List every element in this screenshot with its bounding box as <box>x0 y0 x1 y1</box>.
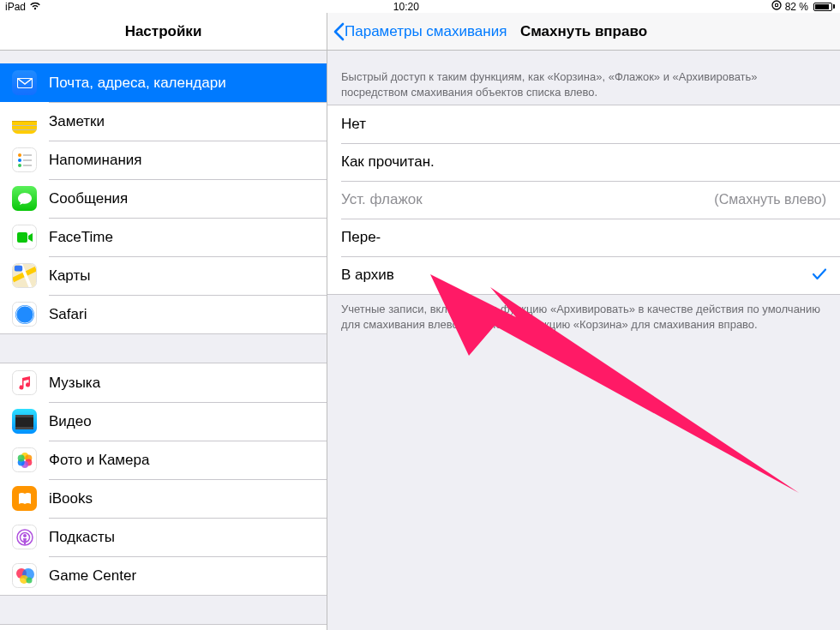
gamecenter-icon <box>12 563 37 588</box>
sidebar-item-label: Подкасты <box>49 529 115 546</box>
status-bar: iPad 10:20 82 % <box>0 0 840 13</box>
option-archive[interactable]: В архив <box>327 256 840 294</box>
sidebar-item-safari[interactable]: Safari <box>0 295 327 333</box>
reminders-icon <box>12 147 37 172</box>
sidebar-item-mail[interactable]: Почта, адреса, календари <box>0 63 327 102</box>
sidebar-group-3: Twitter <box>0 625 327 630</box>
option-label: Пере- <box>341 229 826 246</box>
checkmark-icon <box>813 267 826 285</box>
sidebar-item-label: Напоминания <box>49 152 142 169</box>
svg-rect-16 <box>15 417 33 428</box>
orientation-lock-icon <box>771 0 782 13</box>
option-label: Уст. флажок <box>341 191 714 208</box>
section-footer-note: Учетные записи, включающие функцию «Архи… <box>327 295 840 337</box>
podcasts-icon <box>12 525 37 549</box>
swipe-right-options: Нет Как прочитан. Уст. флажок (Смахнуть … <box>327 105 840 295</box>
sidebar-item-video[interactable]: Видео <box>0 402 327 441</box>
sidebar-item-maps[interactable]: Карты <box>0 256 327 295</box>
battery-percent: 82 % <box>785 1 808 13</box>
ibooks-icon <box>12 486 37 511</box>
sidebar-title: Настройки <box>0 13 327 51</box>
sidebar-item-gamecenter[interactable]: Game Center <box>0 556 327 595</box>
sidebar-item-label: Safari <box>49 306 87 323</box>
option-none[interactable]: Нет <box>327 105 840 143</box>
option-flag: Уст. флажок (Смахнуть влево) <box>327 181 840 219</box>
svg-point-24 <box>17 454 24 461</box>
sidebar-item-label: Карты <box>49 267 90 285</box>
detail-pane: Параметры смахивания Смахнуть вправо Быс… <box>327 13 840 630</box>
sidebar-item-podcasts[interactable]: Подкасты <box>0 518 327 556</box>
sidebar-item-label: Фото и Камера <box>49 452 149 469</box>
svg-point-6 <box>18 159 21 162</box>
svg-point-14 <box>15 305 34 324</box>
safari-icon <box>12 302 37 327</box>
svg-rect-11 <box>17 232 27 243</box>
sidebar-item-facetime[interactable]: FaceTime <box>0 218 327 256</box>
option-label: В архив <box>341 267 813 284</box>
svg-point-7 <box>18 164 21 167</box>
svg-rect-8 <box>23 154 32 156</box>
sidebar-item-twitter[interactable]: Twitter <box>0 625 327 630</box>
sidebar-item-messages[interactable]: Сообщения <box>0 179 327 218</box>
option-move[interactable]: Пере- <box>327 219 840 256</box>
settings-sidebar: Настройки Почта, адреса, календари Замет… <box>0 13 327 630</box>
detail-header: Параметры смахивания Смахнуть вправо <box>327 13 840 51</box>
sidebar-item-ibooks[interactable]: iBooks <box>0 479 327 518</box>
sidebar-group-separator <box>0 333 327 363</box>
svg-rect-3 <box>12 125 37 126</box>
sidebar-item-label: Музыка <box>49 375 100 392</box>
sidebar-item-label: Заметки <box>49 113 105 130</box>
option-hint: (Смахнуть влево) <box>714 192 826 207</box>
svg-point-27 <box>23 534 27 537</box>
svg-rect-2 <box>12 121 37 122</box>
facetime-icon <box>12 225 37 249</box>
wifi-icon <box>29 1 41 13</box>
svg-point-5 <box>18 153 21 157</box>
music-icon <box>12 370 37 395</box>
sidebar-item-label: iBooks <box>49 490 93 507</box>
option-label: Нет <box>341 116 826 133</box>
messages-icon <box>12 186 37 211</box>
back-button[interactable]: Параметры смахивания <box>327 22 507 41</box>
svg-point-0 <box>772 1 781 9</box>
svg-point-31 <box>26 577 32 583</box>
maps-icon <box>12 263 37 288</box>
device-label: iPad <box>5 1 26 13</box>
svg-rect-13 <box>15 266 22 272</box>
sidebar-item-label: Почта, адреса, календари <box>49 75 226 92</box>
sidebar-item-label: Сообщения <box>49 190 128 207</box>
chevron-left-icon <box>333 22 345 41</box>
back-label: Параметры смахивания <box>345 23 507 40</box>
sidebar-item-notes[interactable]: Заметки <box>0 102 327 141</box>
video-icon <box>12 409 37 434</box>
sidebar-item-photos[interactable]: Фото и Камера <box>0 441 327 479</box>
sidebar-group-separator <box>0 595 327 625</box>
notes-icon <box>12 109 37 134</box>
sidebar-item-label: Видео <box>49 413 92 430</box>
svg-rect-17 <box>15 415 33 417</box>
sidebar-item-reminders[interactable]: Напоминания <box>0 141 327 179</box>
app-root: iPad 10:20 82 % Настройки <box>0 0 840 630</box>
sidebar-item-music[interactable]: Музыка <box>0 363 327 402</box>
sidebar-group-1: Почта, адреса, календари Заметки Напомин… <box>0 63 327 333</box>
sidebar-group-2: Музыка Видео Фото и Камера <box>0 363 327 595</box>
mail-icon <box>12 70 37 95</box>
option-label: Как прочитан. <box>341 153 826 171</box>
clock: 10:20 <box>393 1 419 13</box>
option-mark-read[interactable]: Как прочитан. <box>327 143 840 181</box>
sidebar-item-label: Game Center <box>49 567 136 585</box>
sidebar-item-label: FaceTime <box>49 229 113 246</box>
battery-icon <box>812 3 835 11</box>
svg-rect-18 <box>15 427 33 429</box>
svg-rect-10 <box>23 165 32 166</box>
photos-icon <box>12 447 37 472</box>
svg-rect-9 <box>23 159 32 161</box>
svg-rect-4 <box>12 129 37 130</box>
section-header-note: Быстрый доступ к таким функциям, как «Ко… <box>327 51 840 105</box>
